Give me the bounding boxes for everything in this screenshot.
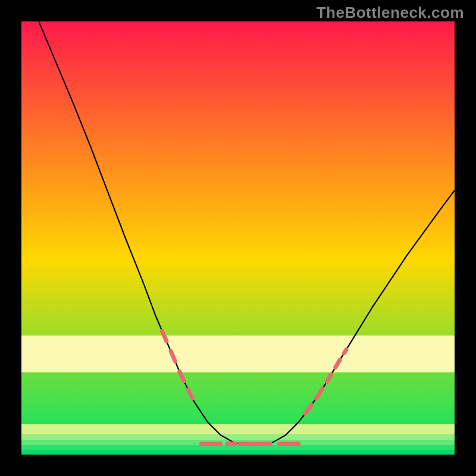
watermark-text: TheBottleneck.com xyxy=(317,4,464,22)
band-2 xyxy=(21,435,455,440)
band-1 xyxy=(21,424,455,434)
chart-frame: TheBottleneck.com xyxy=(0,0,476,476)
band-0 xyxy=(21,336,455,372)
band-4 xyxy=(21,445,455,450)
plot-svg xyxy=(0,0,476,476)
band-5 xyxy=(21,450,455,455)
band-3 xyxy=(21,440,455,445)
gradient-background xyxy=(21,21,455,455)
